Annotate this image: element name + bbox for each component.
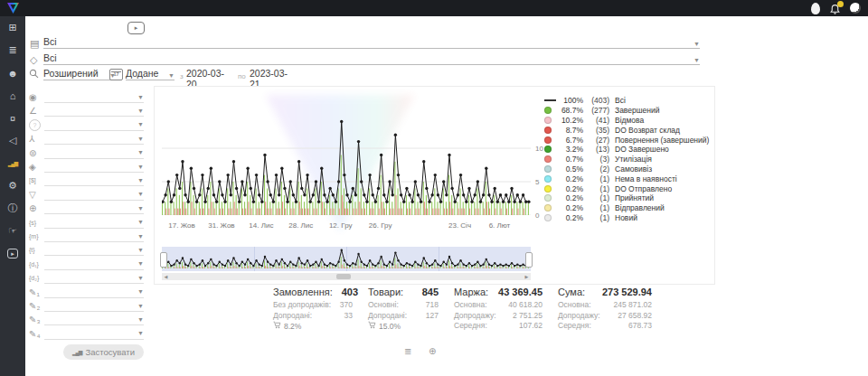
legend-item[interactable]: 0.2%(1)Новий (544, 213, 709, 223)
calendar-icon[interactable]: 17 (109, 69, 123, 80)
dashboard-icon: ⊞ (8, 22, 16, 33)
upsell-percent: 15.0% (368, 321, 439, 332)
stat-subrow: Допродажу:27 658.92 (558, 311, 652, 322)
type-filter-value: Всі (43, 52, 57, 63)
user-avatar-icon[interactable] (850, 3, 861, 14)
pencil-3-icon: ✎₃ (29, 315, 44, 325)
legend-label: Всі (615, 96, 626, 105)
stat-subrow: Основна:245 871.02 (558, 300, 652, 311)
legend-item[interactable]: 10.2%(41)Відмова (544, 116, 709, 126)
legend-item[interactable]: 68.7%(277)Завершений (544, 106, 709, 116)
filter-payment-select[interactable]: ▼ (44, 174, 144, 186)
apply-button[interactable]: ▂▄▆ Застосувати (63, 344, 144, 360)
scrollbar-thumb[interactable] (336, 274, 351, 279)
legend-item[interactable]: 6.7%(27)Повернення (завершений) (544, 135, 709, 145)
sidebar-item-store[interactable]: ⌂ (0, 84, 25, 107)
sidebar-item-support[interactable]: ☞ (0, 220, 25, 242)
filter-custom-2-select[interactable]: ▼ (44, 300, 144, 312)
stat-title: Замовлення: (273, 287, 333, 297)
legend-item[interactable]: 3.2%(13)DO Завершено (544, 145, 709, 155)
filter-id-row: ⊜▼ (29, 146, 144, 159)
sidebar-item-sales[interactable]: ¤ (0, 107, 25, 129)
filter-region-select[interactable]: ▼ (44, 202, 144, 214)
legend-item[interactable]: 0.7%(3)Утилізація (544, 155, 709, 164)
filter-var-s-row: {s}▼ (29, 216, 144, 229)
brand-logo[interactable] (0, 0, 25, 16)
filter-payment-row: [$]▼ (29, 174, 144, 186)
view-list-icon[interactable]: ≣ (404, 346, 411, 356)
filter-custom-1-select[interactable]: ▼ (44, 287, 144, 298)
stat-subrow: Середня:678.73 (558, 321, 652, 332)
filter-product-select[interactable]: ▼ (44, 161, 144, 173)
filter-help-select[interactable]: ▼ (44, 119, 144, 131)
filter-country-select[interactable]: ▼ (44, 91, 144, 103)
legend-label: Самовивіз (615, 164, 652, 174)
filter-custom-4-row: ✎₄▼ (29, 327, 144, 340)
sidebar-item-marketing[interactable]: ◁ (0, 129, 25, 152)
legend-item[interactable]: 0.2%(1)Нема в наявності (544, 174, 709, 183)
video-screen-icon[interactable]: ▸ (127, 22, 145, 34)
search-icon[interactable] (29, 69, 39, 80)
sidebar-item-dashboard[interactable]: ⊞ (0, 16, 25, 39)
view-globe-icon[interactable]: ⊕ (429, 346, 436, 356)
legend-label: DO Завершено (615, 145, 669, 154)
brand-logo-icon (6, 2, 20, 14)
filter-custom-3-select[interactable]: ▼ (44, 314, 144, 325)
fingerprint-icon: ⊜ (29, 148, 44, 159)
sidebar-item-customers[interactable]: ☻ (0, 61, 25, 84)
legend-item[interactable]: 0.2%(1)DO Отправлено (544, 183, 709, 193)
search-mode-value: Розширений (43, 68, 99, 79)
legend-item[interactable]: 100%(403)Всі (544, 96, 709, 106)
egg-avatar-icon[interactable] (811, 3, 820, 14)
stat-column: Маржа:43 369.45Основна:40 618.20Допродаж… (454, 287, 542, 332)
filter-custom-4-select[interactable]: ▼ (44, 328, 144, 340)
legend-item[interactable]: 8.7%(35)DO Возврат склад (544, 125, 709, 135)
brush-handle-right[interactable] (525, 252, 533, 268)
scroll-right-arrow[interactable]: ▶ (523, 274, 531, 279)
orders-time-series-chart[interactable] (162, 105, 531, 215)
chevron-down-icon: ▼ (137, 275, 144, 281)
x-axis-tick: 23. Січ (440, 221, 480, 230)
help-circle-icon: ? (29, 119, 41, 131)
brush-handle-left[interactable] (160, 252, 167, 268)
summary-stats: Замовлення:403Без допродажів:370Допродан… (273, 287, 652, 332)
legend-label: DO Возврат склад (615, 126, 680, 135)
chart-legend: 100%(403)Всі68.7%(277)Завершений10.2%(41… (544, 96, 709, 222)
chevron-down-icon: ▼ (137, 330, 144, 336)
filter-var-m-select[interactable]: ▼ (44, 230, 144, 242)
legend-item[interactable]: 0.2%(1)Відправлений (544, 203, 709, 213)
type-filter-select[interactable]: Всі ▼ (43, 52, 700, 65)
chevron-down-icon: ▼ (137, 260, 144, 267)
legend-label: Нема в наявності (615, 174, 677, 183)
legend-dot-swatch (544, 165, 552, 173)
sidebar-item-tutorials[interactable]: ▸ (0, 242, 25, 265)
filter-var-d1-select[interactable]: ▼ (44, 258, 144, 270)
sidebar-item-analytics[interactable]: ▂▄▆ (0, 152, 25, 174)
legend-item[interactable]: 0.2%(1)Прийнятий (544, 193, 709, 203)
filter-structure-select[interactable]: ▼ (44, 133, 144, 145)
chevron-down-icon: ▼ (137, 191, 144, 197)
notifications-button[interactable] (829, 3, 841, 14)
sidebar-item-info[interactable]: ⓘ (0, 197, 25, 220)
legend-dot-swatch (544, 107, 552, 114)
sidebar-item-orders[interactable]: ≣ (0, 39, 25, 61)
filter-chart-row: ∠▼ (29, 104, 144, 117)
filter-var-t-select[interactable]: ▼ (44, 244, 144, 256)
chart-brush-area[interactable] (162, 247, 531, 271)
filter-id-select[interactable]: ▼ (44, 147, 144, 159)
filter-funnel-select[interactable]: ▼ (44, 189, 144, 201)
x-axis-tick: 28. Лис (281, 221, 321, 230)
legend-item[interactable]: 0.5%(2)Самовивіз (544, 164, 709, 174)
status-filter-select[interactable]: Всі ▼ (43, 36, 700, 49)
filter-var-d2-select[interactable]: ▼ (44, 272, 144, 284)
sidebar-item-settings[interactable]: ⚙ (0, 174, 25, 197)
filter-chart-select[interactable]: ▼ (44, 105, 144, 117)
legend-label: DO Отправлено (615, 184, 672, 193)
scroll-left-arrow[interactable]: ◀ (162, 274, 170, 279)
date-field-select[interactable]: Додане ▼ (126, 68, 175, 80)
filter-var-s-select[interactable]: ▼ (44, 217, 144, 229)
chart-card: 0510 17. Жов31. Жов14. Лис28. Лис12. Гру… (154, 86, 715, 285)
stat-subrow: Допродані:33 (273, 311, 353, 322)
chart-scrollbar[interactable]: ◀ ▶ (162, 273, 531, 280)
search-mode-select[interactable]: Розширений ▼ (43, 68, 116, 80)
